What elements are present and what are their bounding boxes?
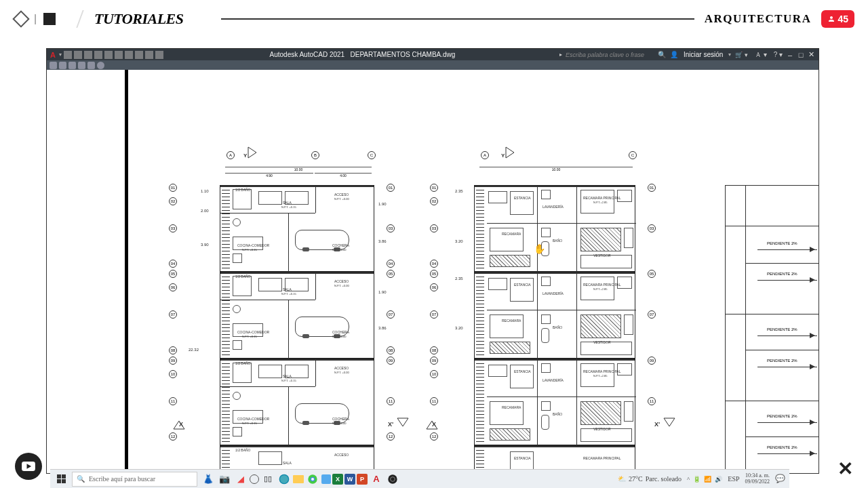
zoom-icon[interactable] xyxy=(68,62,76,69)
pan-icon[interactable] xyxy=(59,62,66,69)
video-banner: | TUTORIALES ARQUITECTURA 45 xyxy=(0,0,868,38)
youtube-button[interactable] xyxy=(15,453,42,480)
print-icon[interactable] xyxy=(50,62,57,69)
taskbar-app[interactable]: ◢ xyxy=(233,472,248,487)
edge-icon[interactable] xyxy=(277,472,292,487)
autocad-window: A ▾ Autodesk AutoCAD 2021 DEPARTAMENTOS … xyxy=(46,48,819,474)
start-button[interactable] xyxy=(50,474,72,483)
windows-taskbar[interactable]: 🔍 Escribe aquí para buscar 👗 📷 ◢ ▯▯ X W … xyxy=(50,469,789,488)
close-view-icon[interactable] xyxy=(97,62,104,69)
taskbar-app[interactable]: 👗 xyxy=(201,472,216,487)
search-icon: 🔍 xyxy=(77,475,85,483)
svg-point-3 xyxy=(311,478,314,481)
cad-title: Autodesk AutoCAD 2021 DEPARTAMENTOS CHAM… xyxy=(270,51,456,58)
banner-tag-icon xyxy=(43,13,56,25)
explorer-icon[interactable] xyxy=(293,475,304,483)
notifications-icon[interactable]: 💬 xyxy=(775,474,785,484)
minimize-button[interactable]: – xyxy=(787,52,793,58)
autocad-logo-icon: A xyxy=(50,51,56,59)
obs-icon[interactable] xyxy=(385,472,400,487)
system-tray[interactable]: ^ 🔋 📶 🔊 xyxy=(687,476,722,483)
taskbar-app[interactable]: 📷 xyxy=(217,472,232,487)
task-view-button[interactable]: ▯▯ xyxy=(260,472,275,487)
weather-icon: ⛅ xyxy=(618,475,626,483)
battery-icon[interactable]: 🔋 xyxy=(693,476,701,483)
powerpoint-icon[interactable]: P xyxy=(357,474,368,485)
maximize-button[interactable]: □ xyxy=(797,52,804,58)
taskbar-clock[interactable]: 10:34 a. m. 09/09/2022 xyxy=(745,473,770,485)
autocad-icon[interactable]: A xyxy=(369,472,384,487)
weather-widget[interactable]: ⛅ 27°C Parc. soleado xyxy=(618,475,682,483)
close-button[interactable]: ✕ xyxy=(808,52,815,58)
close-overlay-button[interactable]: ✕ xyxy=(837,458,853,480)
svg-point-4 xyxy=(388,474,397,483)
banner-title: TUTORIALES xyxy=(94,10,184,28)
app-icon[interactable] xyxy=(321,474,331,484)
banner-brand: ARQUITECTURA xyxy=(705,12,812,26)
drawing-canvas[interactable]: A B C Y 10.00 4.90 4.00 01 02 03 04 05 0… xyxy=(47,70,818,473)
cad-user-button[interactable]: Iniciar sesión xyxy=(684,51,723,58)
banner-icon-left xyxy=(12,10,29,27)
orbit-icon[interactable] xyxy=(78,62,85,69)
cad-titlebar[interactable]: A ▾ Autodesk AutoCAD 2021 DEPARTAMENTOS … xyxy=(47,49,818,60)
cad-quick-toolbar[interactable] xyxy=(47,60,818,70)
chevron-up-icon[interactable]: ^ xyxy=(687,476,690,483)
svg-point-0 xyxy=(279,474,288,483)
subscriber-badge[interactable]: 45 xyxy=(821,10,854,28)
cad-search-input[interactable]: Escriba palabra clave o frase xyxy=(566,52,644,58)
chrome-icon[interactable] xyxy=(305,472,320,487)
wifi-icon[interactable]: 📶 xyxy=(704,476,711,483)
excel-icon[interactable]: X xyxy=(332,474,343,485)
cortana-button[interactable] xyxy=(250,474,259,484)
language-indicator[interactable]: ESP xyxy=(728,475,739,483)
word-icon[interactable]: W xyxy=(344,474,355,485)
volume-icon[interactable]: 🔊 xyxy=(715,476,722,483)
taskbar-search-input[interactable]: 🔍 Escribe aquí para buscar xyxy=(72,472,197,487)
pan-cursor-icon: ✋ xyxy=(534,243,545,254)
layer-icon[interactable] xyxy=(87,62,95,69)
